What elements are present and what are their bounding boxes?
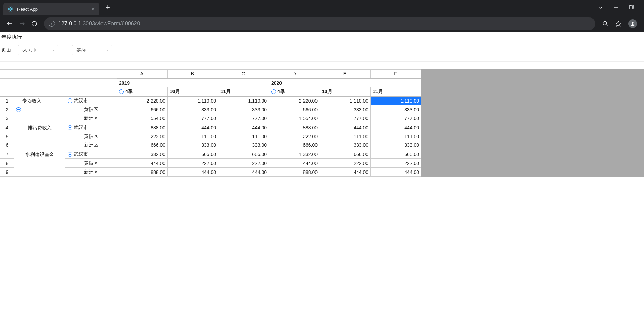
city-cell[interactable]: 新洲区 — [65, 141, 117, 150]
data-cell[interactable]: 1,332.00 — [269, 150, 320, 159]
data-cell[interactable]: 333.00 — [320, 105, 371, 114]
data-cell[interactable]: 444.00 — [218, 168, 269, 177]
city-cell[interactable]: 黄陂区 — [65, 105, 117, 114]
back-button[interactable] — [3, 17, 16, 30]
month-header[interactable]: 11月 — [218, 87, 269, 96]
data-cell[interactable]: 222.00 — [168, 159, 218, 168]
reload-button[interactable] — [28, 17, 40, 30]
col-letter[interactable]: D — [269, 70, 320, 79]
data-cell[interactable]: 888.00 — [269, 168, 320, 177]
col-letter[interactable]: E — [320, 70, 371, 79]
data-cell[interactable]: 444.00 — [371, 123, 421, 132]
data-cell[interactable]: 333.00 — [218, 105, 269, 114]
site-info-icon[interactable]: i — [49, 21, 55, 27]
category-cell[interactable]: 排污费收入 — [14, 123, 65, 150]
data-cell[interactable]: 333.00 — [371, 141, 421, 150]
row-number[interactable]: 4 — [0, 123, 14, 132]
row-number[interactable]: 3 — [0, 114, 14, 123]
data-cell[interactable]: 444.00 — [168, 168, 218, 177]
collapse-icon[interactable] — [16, 107, 21, 112]
profile-avatar[interactable] — [628, 19, 637, 28]
month-header[interactable]: 10月 — [168, 87, 218, 96]
data-cell[interactable]: 444.00 — [117, 159, 168, 168]
data-cell[interactable]: 666.00 — [269, 105, 320, 114]
data-cell[interactable]: 1,110.00 — [218, 96, 269, 105]
scenario-select[interactable]: -实际 ▾ — [72, 45, 112, 55]
data-cell[interactable]: 666.00 — [168, 150, 218, 159]
data-cell[interactable]: 1,554.00 — [269, 114, 320, 123]
data-cell[interactable]: 333.00 — [218, 141, 269, 150]
table-row[interactable]: 1 专项收入 武汉市 2,220.00 1,110.00 1,110.00 2,… — [0, 96, 421, 105]
collapse-icon[interactable] — [68, 125, 72, 130]
quarter-header[interactable]: 4季 — [117, 87, 168, 96]
data-cell[interactable]: 333.00 — [168, 105, 218, 114]
data-cell[interactable]: 222.00 — [117, 132, 168, 141]
data-cell[interactable]: 666.00 — [117, 141, 168, 150]
browser-tab[interactable]: React App ✕ — [3, 3, 99, 15]
row-number[interactable]: 6 — [0, 141, 14, 150]
data-cell[interactable]: 444.00 — [168, 123, 218, 132]
city-cell[interactable]: 黄陂区 — [65, 159, 117, 168]
search-icon[interactable] — [602, 21, 608, 27]
row-number[interactable]: 8 — [0, 159, 14, 168]
month-header[interactable]: 11月 — [371, 87, 421, 96]
data-cell[interactable]: 777.00 — [371, 114, 421, 123]
data-cell[interactable]: 1,110.00 — [168, 96, 218, 105]
data-cell[interactable]: 777.00 — [320, 114, 371, 123]
data-cell[interactable]: 111.00 — [168, 132, 218, 141]
collapse-icon[interactable] — [271, 89, 276, 94]
data-cell[interactable]: 1,110.00 — [320, 96, 371, 105]
data-cell[interactable]: 888.00 — [117, 123, 168, 132]
data-cell[interactable]: 888.00 — [117, 168, 168, 177]
data-cell[interactable]: 666.00 — [218, 150, 269, 159]
data-cell[interactable]: 444.00 — [320, 123, 371, 132]
city-cell[interactable]: 武汉市 — [65, 96, 117, 105]
collapse-icon[interactable] — [68, 98, 72, 103]
data-cell[interactable]: 222.00 — [218, 159, 269, 168]
col-letter[interactable]: F — [371, 70, 421, 79]
forward-button[interactable] — [16, 17, 28, 30]
data-cell[interactable]: 777.00 — [168, 114, 218, 123]
data-cell[interactable]: 888.00 — [269, 123, 320, 132]
data-cell[interactable]: 444.00 — [218, 123, 269, 132]
data-cell-selected[interactable]: 1,110.00 — [371, 96, 421, 105]
data-cell[interactable]: 111.00 — [218, 132, 269, 141]
data-cell[interactable]: 111.00 — [320, 132, 371, 141]
data-cell[interactable]: 222.00 — [320, 159, 371, 168]
minimize-icon[interactable] — [614, 5, 619, 10]
data-cell[interactable]: 444.00 — [269, 159, 320, 168]
col-letter[interactable]: A — [117, 70, 168, 79]
data-cell[interactable]: 666.00 — [269, 141, 320, 150]
data-cell[interactable]: 777.00 — [218, 114, 269, 123]
data-cell[interactable]: 222.00 — [269, 132, 320, 141]
maximize-icon[interactable] — [629, 5, 634, 10]
year-header[interactable]: 2019 — [117, 79, 269, 87]
close-tab-icon[interactable]: ✕ — [91, 6, 95, 12]
data-cell[interactable]: 333.00 — [168, 141, 218, 150]
city-cell[interactable]: 武汉市 — [65, 123, 117, 132]
row-number[interactable]: 1 — [0, 96, 14, 105]
chevron-down-icon[interactable] — [598, 5, 604, 10]
row-number[interactable]: 9 — [0, 168, 14, 177]
city-cell[interactable]: 新洲区 — [65, 114, 117, 123]
address-bar[interactable]: i 127.0.0.1:3003/viewForm/600620 — [44, 17, 595, 30]
row-number[interactable]: 7 — [0, 150, 14, 159]
table-row[interactable]: 7 水利建设基金 武汉市 1,332.00 666.00 666.00 1,33… — [0, 150, 421, 159]
data-cell[interactable]: 2,220.00 — [269, 96, 320, 105]
city-cell[interactable]: 黄陂区 — [65, 132, 117, 141]
category-cell[interactable]: 水利建设基金 — [14, 150, 65, 177]
data-cell[interactable]: 333.00 — [371, 105, 421, 114]
data-cell[interactable]: 444.00 — [371, 168, 421, 177]
collapse-icon[interactable] — [119, 89, 124, 94]
data-cell[interactable]: 2,220.00 — [117, 96, 168, 105]
city-cell[interactable]: 新洲区 — [65, 168, 117, 177]
data-cell[interactable]: 1,332.00 — [117, 150, 168, 159]
year-header[interactable]: 2020 — [269, 79, 421, 87]
city-cell[interactable]: 武汉市 — [65, 150, 117, 159]
data-cell[interactable]: 333.00 — [320, 141, 371, 150]
quarter-header[interactable]: 4季 — [269, 87, 320, 96]
category-cell[interactable]: 专项收入 — [14, 96, 65, 123]
star-icon[interactable] — [615, 21, 621, 27]
new-tab-button[interactable]: + — [106, 3, 110, 12]
row-number[interactable]: 5 — [0, 132, 14, 141]
